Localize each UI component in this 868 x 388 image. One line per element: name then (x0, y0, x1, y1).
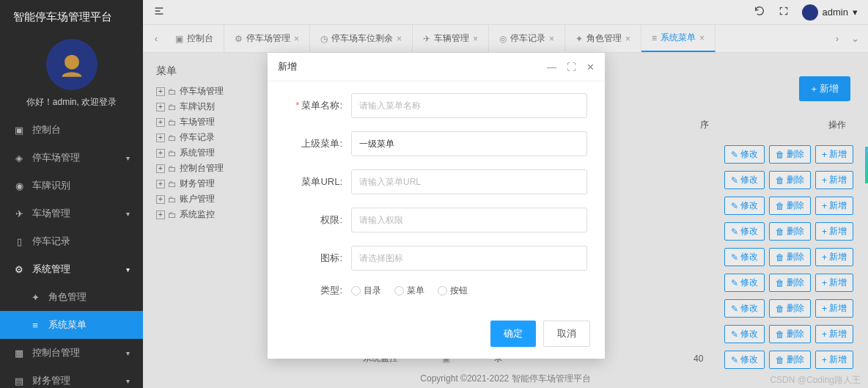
input-parent-menu[interactable] (351, 131, 587, 156)
radio-icon (351, 286, 361, 296)
dialog-footer: 确定 取消 (268, 313, 605, 359)
input-menu-url[interactable] (351, 169, 587, 194)
radio-菜单[interactable]: 菜单 (394, 285, 424, 297)
cancel-button[interactable]: 取消 (543, 321, 590, 347)
dialog-body: *菜单名称: 上级菜单: 菜单URL: 权限: 图标: 类型: 目录菜单按 (268, 81, 605, 313)
label-type: 类型: (285, 284, 351, 297)
input-menu-name[interactable] (351, 93, 587, 118)
dialog-title: 新增 (278, 60, 297, 73)
input-icon[interactable] (351, 246, 587, 271)
label-icon: 图标: (285, 252, 351, 265)
radio-按钮[interactable]: 按钮 (438, 285, 468, 297)
maximize-icon[interactable]: ⛶ (567, 62, 576, 73)
radio-icon (394, 286, 404, 296)
watermark: CSDN @Coding路人王 (770, 374, 861, 387)
label-menu-name: *菜单名称: (285, 99, 351, 112)
label-permission: 权限: (285, 213, 351, 227)
label-menu-url: 菜单URL: (285, 175, 351, 188)
radio-icon (438, 286, 447, 296)
radio-label: 按钮 (450, 285, 468, 297)
radio-label: 菜单 (407, 285, 424, 297)
radio-目录[interactable]: 目录 (351, 285, 381, 297)
dialog-header: 新增 — ⛶ ✕ (268, 53, 605, 81)
ok-button[interactable]: 确定 (490, 321, 536, 347)
radio-label: 目录 (364, 285, 381, 297)
add-dialog: 新增 — ⛶ ✕ *菜单名称: 上级菜单: 菜单URL: 权限: (268, 53, 605, 359)
side-strip (865, 147, 868, 183)
close-icon[interactable]: ✕ (586, 62, 595, 73)
input-permission[interactable] (351, 208, 587, 233)
minimize-icon[interactable]: — (547, 62, 556, 73)
label-parent-menu: 上级菜单: (285, 137, 351, 150)
